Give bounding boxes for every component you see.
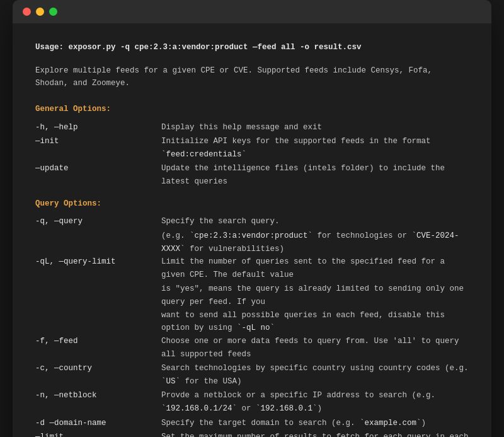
option-feed: -f, —feed Choose one or more data feeds … (35, 335, 469, 361)
opt-desc: Provde a netblock or a specific IP addre… (161, 389, 469, 415)
option-update: —update Update the intelligence files (i… (35, 162, 469, 188)
option-country: -c, —country Search technologies by spec… (35, 362, 469, 388)
opt-name: -q, —query (35, 215, 161, 228)
opt-name: -h, —help (35, 121, 161, 134)
opt-name: -f, —feed (35, 335, 161, 361)
opt-desc: Set the maximum number of results to fet… (161, 431, 469, 437)
titlebar (13, 0, 491, 23)
opt-desc: want to send all possible queries in eac… (161, 309, 469, 335)
section-header-query: Query Options: (35, 197, 469, 211)
option-help: -h, —help Display this help message and … (35, 121, 469, 134)
opt-desc: Search technologies by specific country … (161, 362, 469, 388)
option-query-limit-cont2: want to send all possible queries in eac… (35, 309, 469, 335)
opt-desc: Initialize API keys for the supported fe… (161, 135, 469, 161)
opt-name: —limit (35, 431, 161, 437)
close-button[interactable] (23, 8, 31, 16)
option-domain: -d —domain-name Specify the target domai… (35, 417, 469, 430)
option-init: —init Initialize API keys for the suppor… (35, 135, 469, 161)
opt-desc: Choose one or more data feeds to query f… (161, 335, 469, 361)
description-line: Explore multiple feeds for a given CPE o… (35, 64, 469, 90)
opt-desc: (e.g. `cpe:2.3:a:vendor:product` for tec… (161, 230, 469, 255)
opt-name-blank (35, 283, 161, 308)
opt-name: -c, —country (35, 362, 161, 388)
opt-name: —init (35, 135, 161, 161)
opt-name: —update (35, 162, 161, 188)
maximize-button[interactable] (49, 8, 57, 16)
opt-name: -qL, —query-limit (35, 255, 161, 281)
section-header-general: General Options: (35, 103, 469, 116)
option-query-cont: (e.g. `cpe:2.3:a:vendor:product` for tec… (35, 230, 469, 255)
opt-desc: Limit the number of queries sent to the … (161, 255, 469, 281)
opt-desc: Specify the target domain to search (e.g… (161, 417, 469, 430)
terminal-window: Usage: exposor.py -q cpe:2.3:a:vendor:pr… (13, 0, 491, 437)
option-query-limit-cont1: is "yes", means the query is already lim… (35, 283, 469, 308)
opt-desc: is "yes", means the query is already lim… (161, 283, 469, 308)
opt-name-blank (35, 309, 161, 335)
terminal-content: Usage: exposor.py -q cpe:2.3:a:vendor:pr… (13, 23, 491, 437)
opt-name: -d —domain-name (35, 417, 161, 430)
opt-desc: Update the intelligence files (intels fo… (161, 162, 469, 188)
usage-line: Usage: exposor.py -q cpe:2.3:a:vendor:pr… (35, 41, 469, 54)
option-query-limit: -qL, —query-limit Limit the number of qu… (35, 255, 469, 281)
opt-desc: Display this help message and exit (161, 121, 469, 134)
opt-name: -n, —netblock (35, 389, 161, 415)
opt-name-blank (35, 230, 161, 255)
option-netblock: -n, —netblock Provde a netblock or a spe… (35, 389, 469, 415)
option-limit: —limit Set the maximum number of results… (35, 431, 469, 437)
minimize-button[interactable] (36, 8, 44, 16)
option-query: -q, —query Specify the search query. (35, 215, 469, 228)
opt-desc: Specify the search query. (161, 215, 469, 228)
